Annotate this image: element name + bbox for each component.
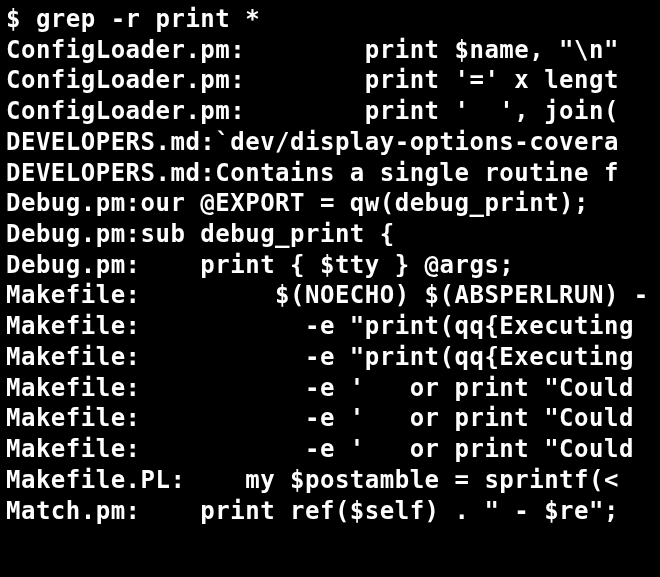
- output-line: Makefile: -e "print(qq{Executing: [6, 342, 654, 373]
- prompt-symbol: $: [6, 5, 36, 33]
- output-line: DEVELOPERS.md:Contains a single routine …: [6, 158, 654, 189]
- output-line: Makefile: $(NOECHO) $(ABSPERLRUN) -: [6, 280, 654, 311]
- output-line: Debug.pm: print { $tty } @args;: [6, 250, 654, 281]
- output-line: Debug.pm:our @EXPORT = qw(debug_print);: [6, 188, 654, 219]
- output-line: DEVELOPERS.md:`dev/display-options-cover…: [6, 127, 654, 158]
- output-line: Makefile: -e ' or print "Could: [6, 434, 654, 465]
- output-line: Makefile.PL: my $postamble = sprintf(<: [6, 465, 654, 496]
- output-line: ConfigLoader.pm: print '=' x lengt: [6, 65, 654, 96]
- output-line: Debug.pm:sub debug_print {: [6, 219, 654, 250]
- output-line: ConfigLoader.pm: print $name, "\n": [6, 35, 654, 66]
- output-line: ConfigLoader.pm: print ' ', join(: [6, 96, 654, 127]
- output-line: Match.pm: print ref($self) . " - $re";: [6, 496, 654, 527]
- output-line: Makefile: -e "print(qq{Executing: [6, 311, 654, 342]
- output-line: Makefile: -e ' or print "Could: [6, 373, 654, 404]
- output-line: Makefile: -e ' or print "Could: [6, 403, 654, 434]
- command-line: $ grep -r print *: [6, 4, 654, 35]
- command-text: grep -r print *: [36, 5, 260, 33]
